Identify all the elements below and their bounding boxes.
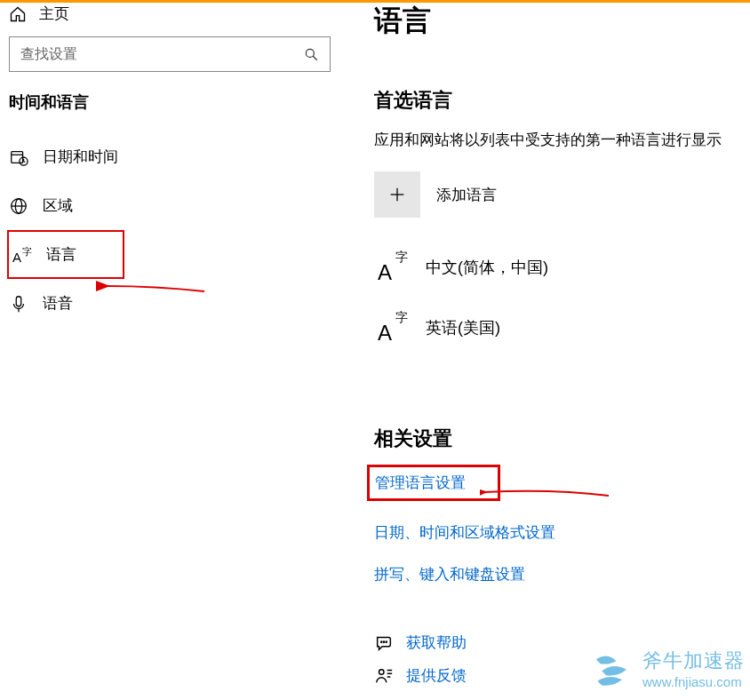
preferred-languages-desc: 应用和网站将以列表中受支持的第一种语言进行显示: [374, 130, 750, 150]
sidebar-item-label: 日期和时间: [43, 147, 118, 167]
microphone-icon: [9, 294, 28, 314]
help-label: 获取帮助: [406, 632, 467, 653]
feedback-icon: [374, 666, 394, 686]
search-input[interactable]: [20, 46, 303, 62]
home-nav[interactable]: 主页: [0, 0, 347, 36]
sidebar-item-label: 区域: [43, 195, 73, 216]
language-item-chinese[interactable]: A字 中文(简体，中国): [374, 250, 750, 285]
sidebar-item-speech[interactable]: 语音: [0, 279, 347, 328]
home-icon: [9, 5, 27, 23]
add-language-button[interactable]: 添加语言: [374, 171, 750, 218]
main-content: 语言 首选语言 应用和网站将以列表中受支持的第一种语言进行显示 添加语言 A字 …: [347, 0, 750, 700]
related-settings-heading: 相关设置: [374, 426, 750, 452]
link-date-region-format[interactable]: 日期、时间和区域格式设置: [374, 522, 555, 543]
language-item-english[interactable]: A字 英语(美国): [374, 310, 750, 346]
language-label: 英语(美国): [426, 317, 500, 338]
globe-icon: [9, 196, 28, 216]
plus-icon: [374, 171, 420, 218]
svg-point-14: [381, 641, 382, 642]
link-spelling-keyboard[interactable]: 拼写、键入和键盘设置: [374, 564, 525, 585]
add-language-label: 添加语言: [436, 185, 497, 205]
sidebar-nav: 日期和时间 区域 A 字 语言: [0, 132, 347, 328]
search-box[interactable]: [9, 36, 331, 72]
link-manage-language[interactable]: 管理语言设置: [375, 473, 466, 493]
language-icon: A 字: [12, 245, 32, 265]
highlight-box-language: A 字 语言: [7, 230, 124, 279]
svg-line-6: [24, 161, 26, 162]
language-glyph-icon: A字: [374, 310, 410, 346]
watermark: 斧牛加速器 www.fnjiasu.com: [587, 645, 745, 691]
home-label: 主页: [39, 4, 69, 24]
svg-point-15: [383, 641, 384, 642]
sidebar-item-region[interactable]: 区域: [0, 181, 347, 230]
preferred-languages-heading: 首选语言: [374, 87, 750, 114]
svg-rect-2: [12, 151, 23, 163]
watermark-url: www.fnjiasu.com: [642, 674, 745, 689]
highlight-box-manage-language: 管理语言设置: [374, 465, 750, 501]
svg-line-1: [313, 56, 317, 60]
language-glyph-icon: A字: [374, 250, 410, 285]
sidebar-item-label: 语音: [43, 293, 73, 314]
svg-point-16: [386, 641, 387, 642]
language-label: 中文(简体，中国): [426, 257, 548, 278]
sidebar-section-title: 时间和语言: [0, 88, 347, 132]
sidebar-item-language[interactable]: A 字 语言: [9, 232, 123, 277]
sidebar-item-datetime[interactable]: 日期和时间: [0, 132, 347, 181]
help-icon: [374, 633, 394, 653]
feedback-label: 提供反馈: [406, 665, 467, 686]
sidebar-item-label: 语言: [46, 244, 76, 265]
search-container: [0, 36, 347, 88]
svg-point-0: [306, 49, 314, 57]
search-icon: [303, 46, 319, 62]
watermark-title: 斧牛加速器: [642, 648, 745, 674]
watermark-logo-icon: [587, 645, 634, 691]
sidebar: 主页 时间和语言 日期和时间 区域: [0, 0, 347, 700]
clock-icon: [9, 147, 28, 167]
svg-point-17: [379, 669, 385, 674]
page-title: 语言: [374, 2, 750, 41]
svg-rect-10: [16, 296, 21, 306]
